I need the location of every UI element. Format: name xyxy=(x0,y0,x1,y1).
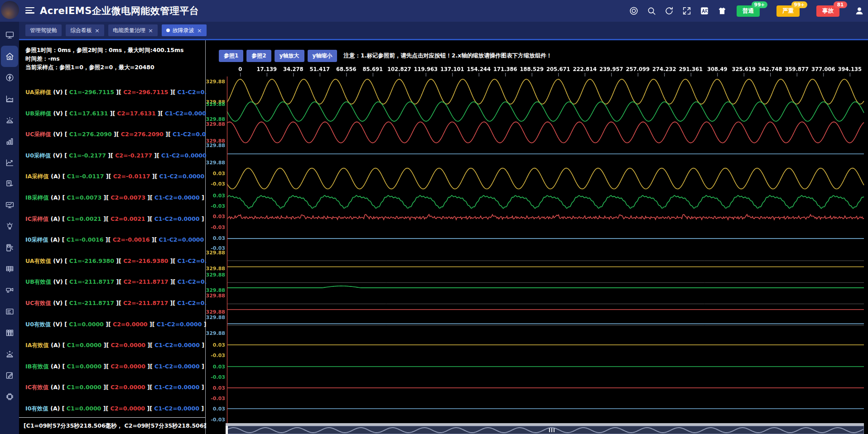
sidebar-item-ev-charger[interactable] xyxy=(1,237,18,258)
bracket: ][ xyxy=(145,405,154,412)
channel-label: UB采样值 xyxy=(25,110,53,117)
x-zoom-slider[interactable] xyxy=(226,423,864,434)
tab-close-icon[interactable]: × xyxy=(197,28,202,33)
sidebar-item-edit[interactable] xyxy=(1,365,18,386)
sidebar-nav xyxy=(0,22,19,434)
edit-icon xyxy=(5,371,14,380)
c1-value: C1=-211.8717 xyxy=(69,300,114,306)
c2-value: C2=-0.0117 xyxy=(113,173,150,180)
refresh-icon[interactable] xyxy=(664,6,674,16)
sidebar-item-report[interactable] xyxy=(1,173,18,195)
channel-row-IC有效值: IC有效值 (A) [ C1=0.0000 ][ C2=0.0000 ][ C1… xyxy=(25,384,203,405)
bracket: ][ xyxy=(150,173,159,180)
sidebar-item-alarm-light[interactable] xyxy=(1,343,18,365)
bracket: [ xyxy=(63,110,69,117)
bracket: ][ xyxy=(145,363,154,370)
alert-button-严重[interactable]: 严重99+ xyxy=(776,5,800,17)
c1-value: C1=0.0000 xyxy=(67,405,101,412)
alert-button-事故[interactable]: 事故81 xyxy=(816,5,839,17)
chip-icon xyxy=(5,392,14,401)
c2-value: C2=0.0073 xyxy=(111,194,145,201)
bracket: ][ xyxy=(101,342,111,348)
sidebar-item-bulb[interactable] xyxy=(1,216,18,237)
channel-unit: (A) xyxy=(50,405,60,412)
bracket: ][ xyxy=(152,152,161,159)
tab-故障录波[interactable]: 故障录波× xyxy=(162,24,207,36)
sidebar-item-chip[interactable] xyxy=(1,386,18,407)
theme-shirt-icon[interactable] xyxy=(717,6,727,16)
channel-row-IA采样值: IA采样值 (A) [ C1=-0.0117 ][ C2=-0.0117 ][ … xyxy=(25,173,203,194)
user-icon[interactable] xyxy=(854,6,864,16)
sidebar-item-terminal[interactable] xyxy=(1,301,18,322)
y-zoom-out-button[interactable]: y轴缩小 xyxy=(308,50,338,62)
sidebar-item-energy[interactable] xyxy=(1,67,18,88)
sidebar-item-trend[interactable] xyxy=(1,152,18,173)
ev-charger-icon xyxy=(5,243,14,253)
c2-value: C2=-211.8717 xyxy=(123,278,168,285)
sidebar-item-alarm[interactable] xyxy=(1,110,18,131)
avatar[interactable] xyxy=(1,1,19,19)
bracket: ] xyxy=(202,321,206,328)
bracket: ][ xyxy=(104,236,113,243)
bracket: ][ xyxy=(169,278,178,285)
bracket: [ xyxy=(63,89,69,95)
bracket: ] xyxy=(199,215,204,222)
channel-row-U0采样值: U0采样值 (V) [ C1=-0.2177 ][ C2=-0.2177 ][ … xyxy=(25,152,203,173)
active-tab-dot xyxy=(166,29,170,32)
bracket: ][ xyxy=(145,194,154,201)
y-zoom-in-button[interactable]: y轴放大 xyxy=(275,50,304,62)
diff-value: C1-C2=0.0000 xyxy=(165,110,210,117)
menu-toggle-icon[interactable] xyxy=(25,7,34,14)
tab-close-icon[interactable]: × xyxy=(95,28,100,33)
waveform-chart-area: 参照1 参照2 y轴放大 y轴缩小 注意：1.标记参照前，请先点击对应按钮！2.… xyxy=(206,40,868,434)
channel-row-UC有效值: UC有效值 (V) [ C1=-211.8717 ][ C2=-211.8717… xyxy=(25,300,203,321)
tab-管理驾驶舱[interactable]: 管理驾驶舱 xyxy=(25,24,62,36)
channel-row-IB有效值: IB有效值 (A) [ C1=0.0000 ][ C2=0.0000 ][ C1… xyxy=(25,363,203,384)
bracket: [ xyxy=(60,342,67,348)
channel-unit: (V) xyxy=(53,110,63,117)
tab-综合看板[interactable]: 综合看板× xyxy=(66,24,104,36)
home-icon xyxy=(5,52,14,61)
sidebar-item-area-chart[interactable] xyxy=(1,88,18,110)
bracket: ][ xyxy=(101,194,111,201)
sidebar-item-screen[interactable] xyxy=(1,24,18,46)
target-icon[interactable] xyxy=(629,6,639,16)
bracket: [ xyxy=(63,152,69,159)
alert-button-普通[interactable]: 普通99+ xyxy=(737,5,760,17)
channel-row-UA有效值: UA有效值 (V) [ C1=-216.9380 ][ C2=-216.9380… xyxy=(25,258,203,279)
bracket: ][ xyxy=(148,321,157,328)
channel-unit: (A) xyxy=(50,236,60,243)
search-icon[interactable] xyxy=(646,6,656,16)
sidebar-item-archive[interactable] xyxy=(1,322,18,343)
diff-value: C1-C2=0.0000 xyxy=(157,321,202,328)
bracket: [ xyxy=(60,405,66,412)
translate-icon[interactable] xyxy=(699,6,709,16)
channel-unit: (V) xyxy=(53,258,63,264)
channel-unit: (V) xyxy=(53,321,63,328)
channel-label: UC采样值 xyxy=(25,131,53,138)
ref1-button[interactable]: 参照1 xyxy=(219,50,243,62)
sidebar-item-camera[interactable] xyxy=(1,280,18,301)
c2-value: C2=0.0000 xyxy=(113,321,148,328)
ref2-button[interactable]: 参照2 xyxy=(246,50,271,62)
sidebar-item-bar-chart[interactable] xyxy=(1,131,18,152)
archive-icon xyxy=(5,328,14,338)
fault-wave-chart[interactable] xyxy=(206,63,868,434)
tab-label: 管理驾驶舱 xyxy=(30,27,57,34)
diff-value: C1-C2=0.0000 xyxy=(154,342,200,348)
fullscreen-icon[interactable] xyxy=(682,6,692,16)
c2-value: C2=-211.8717 xyxy=(123,300,168,306)
sidebar-item-solar-panel[interactable] xyxy=(1,258,18,280)
tab-close-icon[interactable]: × xyxy=(148,28,153,33)
channel-row-IC采样值: IC采样值 (A) [ C1=0.0021 ][ C2=0.0021 ][ C1… xyxy=(25,215,203,237)
channel-row-IB采样值: IB采样值 (A) [ C1=0.0073 ][ C2=0.0073 ][ C1… xyxy=(25,194,203,215)
bracket: ][ xyxy=(112,131,121,138)
channel-label: IA采样值 xyxy=(25,173,51,180)
bracket: [ xyxy=(60,194,67,201)
sidebar-item-home[interactable] xyxy=(1,46,18,67)
sidebar-item-monitor-line[interactable] xyxy=(1,195,18,216)
tab-电能质量治理[interactable]: 电能质量治理× xyxy=(108,24,158,36)
channel-unit: (A) xyxy=(51,384,60,391)
c1-value: C1=0.0000 xyxy=(67,363,102,370)
alert-count-badge: 99+ xyxy=(791,1,807,8)
